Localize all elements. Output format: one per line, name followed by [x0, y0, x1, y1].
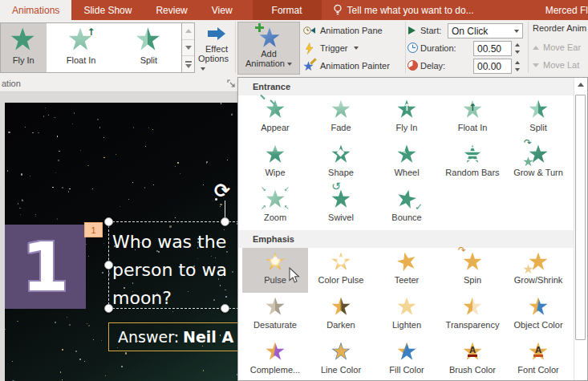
add-animation-menu: EntranceAppearFade↑Fly In↑Float InSplitW… — [237, 77, 588, 381]
menu-item-label: Desaturate — [253, 320, 297, 330]
menu-item-label: Shape — [328, 168, 354, 177]
tab-slide-show[interactable]: Slide Show — [71, 0, 144, 20]
tab-format[interactable]: Format — [253, 0, 322, 20]
menu-item-grow-turn[interactable]: ↷Grow & Turn — [505, 140, 571, 185]
menu-item-teeter[interactable]: Teeter — [374, 248, 440, 293]
answer-textbox[interactable]: Answer: Neil A — [108, 322, 237, 351]
menu-item-compleme[interactable]: Compleme... — [242, 338, 308, 380]
menu-item-bounce[interactable]: ✓Bounce — [374, 185, 440, 230]
menu-item-label: Split — [529, 123, 546, 132]
dialog-launcher-icon[interactable] — [227, 79, 236, 88]
effect-options-label-1: Effect — [205, 44, 228, 54]
menu-scroll-up-icon[interactable] — [574, 78, 587, 91]
menu-item-label: Brush Color — [449, 365, 496, 375]
menu-item-wipe[interactable]: Wipe — [242, 140, 308, 185]
menu-item-object-color[interactable]: Object Color — [505, 293, 571, 338]
gallery-scroll-down-icon[interactable] — [182, 40, 194, 57]
menu-item-darken[interactable]: Darken — [308, 293, 374, 338]
star-wipe-icon — [264, 144, 286, 164]
menu-item-color-pulse[interactable]: Color Pulse — [308, 248, 374, 293]
menu-item-font-color[interactable]: AFont Color — [505, 338, 571, 380]
star-pulse-icon — [264, 251, 286, 272]
star-desaturate-icon — [264, 296, 286, 317]
star-objectcolor-icon — [527, 296, 549, 317]
menu-item-zoom[interactable]: ↘↘↘↘Zoom — [242, 185, 308, 230]
tab-review[interactable]: Review — [144, 0, 199, 20]
menu-item-brush-color[interactable]: ABrush Color — [440, 338, 505, 380]
menu-item-label: Bounce — [391, 213, 421, 222]
start-select[interactable]: On Click — [448, 23, 523, 39]
gallery-item-float-in[interactable]: ↑Float In — [47, 23, 116, 72]
duration-spinner[interactable] — [512, 41, 523, 56]
animation-painter-label: Animation Painter — [320, 61, 390, 71]
menu-item-spin[interactable]: ↷Spin — [440, 248, 505, 293]
gallery-item-fly-in[interactable]: ↑Fly In — [1, 23, 47, 72]
animation-pane-button[interactable]: Animation Pane — [303, 22, 404, 39]
answer-name: Neil A — [183, 328, 233, 346]
menu-item-fill-color[interactable]: Fill Color — [374, 338, 440, 380]
gallery-scroll-up-icon[interactable] — [182, 23, 194, 40]
selection-handle-bottom-middle[interactable] — [221, 304, 229, 313]
slide-number-shape[interactable]: 1 — [5, 225, 86, 309]
star-darken-icon — [330, 296, 352, 317]
selection-handle-middle-left[interactable] — [104, 261, 113, 270]
menu-item-grow-shrink[interactable]: Grow/Shrink — [505, 248, 571, 293]
star-split-icon — [527, 99, 549, 120]
add-animation-icon — [257, 25, 281, 49]
menu-item-appear[interactable]: Appear — [242, 95, 308, 140]
animation-order-badge[interactable]: 1 — [84, 222, 103, 237]
slide-canvas[interactable]: 1 1 ⟳ Who was theperson to wamoon? Answe… — [5, 103, 237, 381]
animation-painter-button[interactable]: Animation Painter — [303, 57, 404, 75]
delay-spinner[interactable] — [512, 59, 523, 74]
selection-handle-top-middle[interactable] — [221, 217, 229, 226]
gallery-more-icon[interactable] — [182, 56, 194, 72]
menu-item-random-bars[interactable]: Random Bars — [440, 140, 505, 185]
chevron-down-icon — [201, 67, 205, 71]
menu-item-swivel[interactable]: ↺Swivel — [308, 185, 374, 230]
menu-item-label: Compleme... — [250, 365, 300, 375]
menu-item-fade[interactable]: Fade — [308, 95, 374, 140]
account-name[interactable]: Merced Fl — [539, 0, 588, 20]
menu-item-label: Object Color — [513, 320, 562, 330]
menu-item-label: Color Pulse — [318, 275, 364, 285]
gallery-item-label: Split — [140, 55, 157, 65]
menu-item-split[interactable]: Split — [505, 95, 571, 140]
ribbon-animations: ↑Fly In↑Float InSplit Effect Options Add… — [0, 20, 588, 76]
gallery-item-split[interactable]: Split — [116, 23, 181, 72]
add-animation-label-1: Add — [261, 49, 277, 59]
selection-handle-top-left[interactable] — [104, 217, 113, 226]
menu-item-label: Teeter — [395, 275, 420, 285]
duration-input[interactable]: 00.50 — [473, 41, 512, 56]
menu-item-transparency[interactable]: Transparency — [440, 293, 505, 338]
animation-group-label: ation — [2, 79, 21, 88]
menu-item-shape[interactable]: Shape — [308, 140, 374, 185]
trigger-button[interactable]: Trigger — [303, 39, 404, 57]
menu-item-fly-in[interactable]: ↑Fly In — [374, 95, 440, 140]
star-brushcolor-icon: A — [461, 341, 484, 362]
menu-item-label: Pulse — [264, 275, 286, 285]
menu-item-float-in[interactable]: ↑Float In — [440, 95, 505, 140]
textbox-selection-border[interactable] — [108, 221, 237, 309]
delay-input[interactable]: 00.00 — [473, 59, 512, 74]
menu-item-line-color[interactable]: Line Color — [308, 338, 374, 380]
star-flyin-icon: ↑ — [395, 99, 418, 120]
star-lighten-icon — [395, 296, 418, 317]
tab-animations[interactable]: Animations — [0, 0, 71, 20]
menu-scrollbar-thumb[interactable] — [575, 95, 586, 340]
star-fontcolor-icon: A — [527, 341, 549, 362]
menu-scrollbar[interactable] — [574, 78, 587, 380]
tab-view[interactable]: View — [200, 0, 245, 20]
menu-item-wheel[interactable]: Wheel — [374, 140, 440, 185]
menu-item-label: Fly In — [396, 123, 418, 132]
move-earlier-button[interactable]: Move Ear — [533, 43, 581, 52]
menu-item-lighten[interactable]: Lighten — [374, 293, 440, 338]
menu-item-desaturate[interactable]: Desaturate — [242, 293, 308, 338]
add-animation-button[interactable]: Add Animation — [237, 22, 300, 75]
selection-handle-bottom-left[interactable] — [104, 304, 113, 313]
rotate-handle-icon[interactable]: ⟳ — [214, 180, 230, 202]
animation-painter-icon — [303, 60, 316, 71]
move-later-button[interactable]: Move Lat — [533, 60, 579, 70]
effect-options-button[interactable]: Effect Options — [198, 22, 235, 74]
tell-me-box[interactable]: Tell me what you want to do... — [333, 0, 474, 20]
star-floatin-icon: ↑ — [68, 27, 94, 53]
